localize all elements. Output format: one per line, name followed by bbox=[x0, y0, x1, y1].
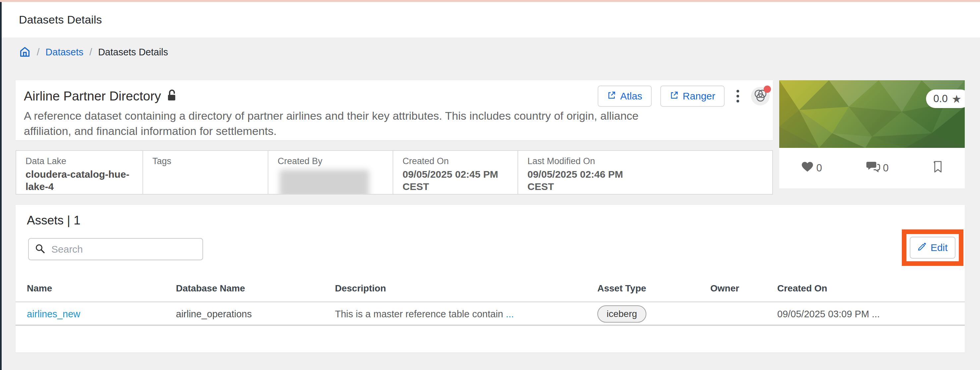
assets-section: Assets | 1 Edit Name Database Name Descr… bbox=[16, 205, 965, 352]
meta-label: Created By bbox=[278, 156, 384, 166]
column-asset-type: Asset Type bbox=[597, 283, 710, 294]
rating-value: 0.0 bbox=[933, 93, 948, 105]
profilers-venn-icon[interactable] bbox=[751, 87, 770, 105]
meta-value: 09/05/2025 02:45 PM CEST bbox=[402, 168, 509, 193]
dataset-description: A reference dataset containing a directo… bbox=[24, 108, 643, 139]
dataset-thumbnail: 0.0 ★ bbox=[779, 80, 965, 148]
meta-tags: Tags bbox=[143, 151, 268, 194]
edit-annotation-highlight: Edit bbox=[902, 230, 963, 266]
ranger-button[interactable]: Ranger bbox=[660, 86, 725, 107]
column-owner: Owner bbox=[710, 283, 777, 294]
atlas-button[interactable]: Atlas bbox=[598, 86, 652, 107]
meta-label: Data Lake bbox=[25, 156, 134, 166]
meta-value: 09/05/2025 02:46 PM CEST bbox=[527, 168, 640, 193]
page-title: Datasets Details bbox=[19, 13, 102, 26]
meta-label: Tags bbox=[153, 156, 259, 166]
meta-created-by: Created By bbox=[268, 151, 393, 194]
asset-database-name: airline_operations bbox=[176, 309, 335, 320]
star-icon: ★ bbox=[951, 94, 961, 104]
breadcrumb: / Datasets / Datasets Details bbox=[19, 45, 168, 60]
meta-value: cloudera-catalog-hue-lake-4 bbox=[25, 168, 134, 193]
meta-label: Last Modified On bbox=[527, 156, 764, 166]
breadcrumb-separator: / bbox=[89, 46, 92, 58]
breadcrumb-separator: / bbox=[37, 46, 40, 58]
more-options-kebab-icon[interactable] bbox=[733, 88, 743, 104]
description-more-link[interactable]: ... bbox=[506, 309, 514, 319]
asset-table-row: airlines_new airline_operations This is … bbox=[16, 303, 965, 326]
bookmark-action[interactable] bbox=[933, 161, 943, 176]
ranger-button-label: Ranger bbox=[683, 91, 715, 102]
comments-action[interactable]: 0 bbox=[866, 161, 889, 175]
asset-type-badge: iceberg bbox=[597, 305, 646, 322]
redacted-created-by bbox=[280, 170, 369, 194]
column-created-on: Created On bbox=[777, 283, 965, 294]
dataset-actions: Atlas Ranger bbox=[598, 86, 770, 107]
edit-button[interactable]: Edit bbox=[910, 237, 956, 258]
meta-label: Created On bbox=[402, 156, 509, 166]
dataset-meta-strip: Data Lake cloudera-catalog-hue-lake-4 Ta… bbox=[16, 150, 773, 195]
heart-icon bbox=[801, 161, 814, 175]
bookmark-icon bbox=[933, 161, 943, 176]
like-count: 0 bbox=[816, 162, 822, 174]
page-header: Datasets Details bbox=[2, 2, 980, 37]
breadcrumb-current: Datasets Details bbox=[98, 47, 168, 58]
external-link-icon bbox=[607, 91, 616, 102]
assets-table-header: Name Database Name Description Asset Typ… bbox=[16, 275, 965, 302]
lock-open-icon bbox=[166, 89, 177, 103]
comments-icon bbox=[866, 161, 880, 175]
atlas-button-label: Atlas bbox=[620, 91, 643, 102]
meta-created-on: Created On 09/05/2025 02:45 PM CEST bbox=[393, 151, 518, 194]
assets-search bbox=[28, 238, 203, 260]
dataset-summary-card: Airline Partner Directory A reference da… bbox=[16, 80, 773, 140]
meta-data-lake: Data Lake cloudera-catalog-hue-lake-4 bbox=[16, 151, 143, 194]
meta-last-modified-on: Last Modified On 09/05/2025 02:46 PM CES… bbox=[518, 151, 772, 194]
app-root: Datasets Details / Datasets / Datasets D… bbox=[0, 0, 980, 370]
search-icon bbox=[35, 243, 45, 255]
like-action[interactable]: 0 bbox=[801, 161, 822, 175]
pencil-icon bbox=[918, 242, 927, 253]
rating-badge[interactable]: 0.0 ★ bbox=[926, 89, 965, 108]
edit-button-label: Edit bbox=[931, 242, 948, 253]
sidebar-edge bbox=[0, 2, 2, 370]
top-accent-bar bbox=[0, 0, 980, 2]
external-link-icon bbox=[670, 91, 679, 102]
notification-dot bbox=[764, 86, 771, 93]
asset-name-link[interactable]: airlines_new bbox=[27, 309, 80, 319]
asset-created-on: 09/05/2025 03:09 PM ... bbox=[777, 309, 965, 320]
search-input[interactable] bbox=[51, 243, 196, 255]
dataset-name: Airline Partner Directory bbox=[24, 89, 161, 104]
dataset-social-bar: 0 0 bbox=[779, 148, 965, 188]
column-database-name: Database Name bbox=[176, 283, 335, 294]
assets-title: Assets | 1 bbox=[27, 214, 81, 227]
column-name: Name bbox=[27, 283, 176, 294]
breadcrumb-datasets-link[interactable]: Datasets bbox=[45, 47, 83, 58]
comments-count: 0 bbox=[883, 162, 889, 174]
column-description: Description bbox=[335, 283, 597, 294]
home-icon[interactable] bbox=[19, 46, 31, 58]
asset-description: This is a master reference table contain bbox=[335, 309, 503, 319]
